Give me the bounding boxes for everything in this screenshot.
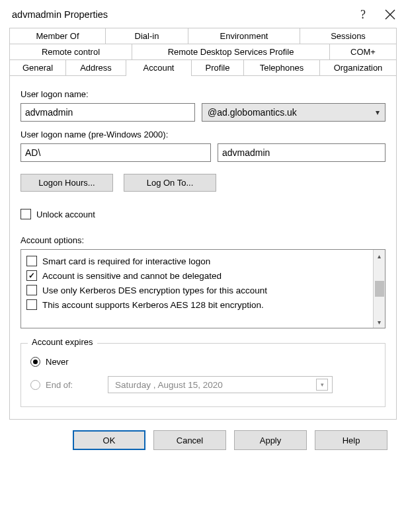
option-label: Smart card is required for interactive l… [42,256,210,266]
scroll-thumb[interactable] [375,281,384,297]
option-checkbox-2[interactable] [26,285,37,295]
list-item[interactable]: Smart card is required for interactive l… [26,254,368,268]
tab-general[interactable]: General [9,59,66,76]
apply-button[interactable]: Apply [234,430,307,450]
options-scrollbar[interactable]: ▴ ▾ [373,250,385,328]
expires-date-text: Saturday , August 15, 2020 [115,380,223,390]
account-expires-title: Account expires [28,337,97,347]
account-options-label: Account options: [20,235,386,245]
calendar-dropdown-icon[interactable]: ▾ [316,379,328,391]
tab-account[interactable]: Account [126,59,192,76]
cancel-button[interactable]: Cancel [153,430,226,450]
tab-sessions[interactable]: Sessions [300,28,397,44]
tab-telephones[interactable]: Telephones [243,59,320,76]
chevron-down-icon: ▾ [376,108,380,117]
list-item[interactable]: Account is sensitive and cannot be deleg… [26,268,368,283]
close-icon[interactable] [385,9,395,20]
svg-text:?: ? [360,8,366,21]
option-checkbox-3[interactable] [26,299,37,310]
tab-rds-profile[interactable]: Remote Desktop Services Profile [132,44,330,59]
log-on-to-button[interactable]: Log On To... [124,174,216,192]
unlock-account-checkbox[interactable] [20,209,31,219]
unlock-account-label: Unlock account [36,209,95,219]
window-title: advmadmin Properties [12,9,108,20]
scroll-down-icon[interactable]: ▾ [374,316,385,328]
tab-address[interactable]: Address [65,59,126,76]
option-label: This account supports Kerberos AES 128 b… [42,300,264,310]
account-expires-group: Account expires Never End of: Saturday ,… [20,343,386,407]
expires-date-picker[interactable]: Saturday , August 15, 2020 ▾ [108,376,333,393]
expires-endof-radio[interactable] [30,380,40,390]
tab-remote-control[interactable]: Remote control [9,44,132,59]
tab-dial-in[interactable]: Dial-in [105,28,188,44]
domain-combo[interactable]: @ad.globomantics.uk ▾ [202,103,386,122]
list-item[interactable]: Use only Kerberos DES encryption types f… [26,283,368,297]
ok-button[interactable]: OK [73,430,145,450]
domain-combo-value: @ad.globomantics.uk [208,107,297,118]
expires-never-radio[interactable] [30,357,40,367]
scroll-up-icon[interactable]: ▴ [374,250,385,262]
logon-name-label: User logon name: [20,89,386,99]
pre2000-label: User logon name (pre-Windows 2000): [20,130,386,139]
account-options-list: Smart card is required for interactive l… [20,249,386,328]
logon-name-input[interactable] [20,103,195,122]
help-icon[interactable]: ? [358,8,369,21]
expires-endof-label: End of: [46,380,102,390]
logon-hours-button[interactable]: Logon Hours... [20,174,113,192]
option-label: Use only Kerberos DES encryption types f… [42,285,267,295]
tab-organization[interactable]: Organization [319,59,397,76]
account-panel: User logon name: @ad.globomantics.uk ▾ U… [9,75,397,420]
option-label: Account is sensitive and cannot be deleg… [42,271,222,281]
pre2000-user-input[interactable] [218,143,386,162]
tab-profile[interactable]: Profile [191,59,244,76]
tab-com-plus[interactable]: COM+ [329,44,397,59]
option-checkbox-1[interactable] [26,270,37,281]
option-checkbox-0[interactable] [26,256,37,266]
help-button[interactable]: Help [315,430,387,450]
list-item[interactable]: This account supports Kerberos AES 128 b… [26,297,368,312]
tab-environment[interactable]: Environment [188,28,300,44]
pre2000-domain-input[interactable] [20,143,211,162]
tab-strip: Member Of Dial-in Environment Sessions R… [9,28,397,420]
expires-never-label: Never [46,357,69,367]
tab-member-of[interactable]: Member Of [9,28,106,44]
